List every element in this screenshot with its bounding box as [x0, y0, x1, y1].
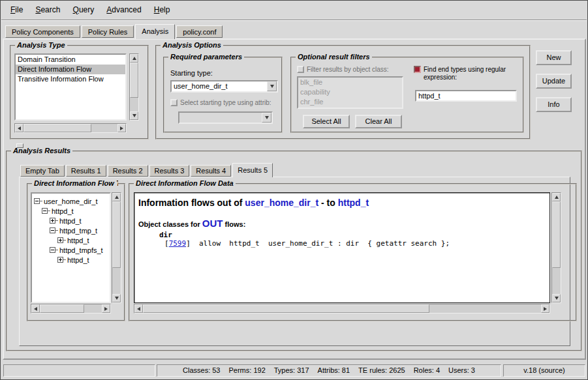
- rule-number-link[interactable]: 7599: [169, 239, 187, 248]
- object-class-name: dir: [159, 231, 549, 239]
- scroll-up-button[interactable]: [552, 193, 561, 201]
- tree-node-label: httpd_tmp_t: [58, 227, 97, 235]
- starting-type-combobox[interactable]: user_home_dir_t: [170, 80, 278, 93]
- update-button[interactable]: Update: [536, 74, 572, 89]
- scroll-right-button[interactable]: [102, 304, 110, 313]
- flow-tree-vscrollbar[interactable]: [112, 192, 121, 303]
- tab-policy-conf[interactable]: policy.conf: [176, 25, 223, 38]
- select-all-button[interactable]: Select All: [303, 115, 350, 128]
- regex-checkbox-checked[interactable]: [414, 66, 421, 73]
- tab-empty[interactable]: Empty Tab: [20, 165, 65, 177]
- tree-node-label: httpd_t: [66, 237, 89, 244]
- required-parameters-title: Required parameters: [168, 53, 244, 61]
- flow-source-type: user_home_dir_t: [245, 197, 318, 208]
- scrollbar-trough[interactable]: [130, 63, 138, 111]
- status-stats: Classes: 53Perms: 192Types: 317Attribs: …: [157, 364, 501, 377]
- flow-heading: Information flows out of user_home_dir_t…: [138, 197, 549, 208]
- stat-types: Types: 317: [274, 366, 309, 374]
- menu-query[interactable]: Query: [68, 3, 100, 16]
- object-class-checkbox[interactable]: [297, 66, 304, 73]
- chevron-down-icon: [265, 116, 269, 119]
- scroll-down-button[interactable]: [130, 111, 138, 120]
- info-button[interactable]: Info: [536, 97, 572, 112]
- tree-node[interactable]: httpd_t: [32, 255, 110, 265]
- scroll-up-button[interactable]: [130, 54, 138, 63]
- menu-file[interactable]: File: [5, 3, 28, 16]
- chevron-down-icon: [270, 85, 274, 88]
- flow-tree-hscrollbar[interactable]: [31, 304, 111, 314]
- scrollbar-thumb[interactable]: [552, 201, 561, 268]
- scroll-arrow-icon: [18, 126, 21, 130]
- menu-search[interactable]: Search: [30, 3, 65, 16]
- tree-node[interactable]: httpd_tmp_t: [32, 226, 110, 235]
- flow-data-frame: Direct Information Flow Data Information…: [129, 183, 577, 321]
- combobox-dropdown-button[interactable]: [267, 81, 277, 91]
- analysis-type-hscrollbar[interactable]: [14, 123, 127, 133]
- menu-help[interactable]: Help: [149, 3, 176, 16]
- analysis-type-vscrollbar[interactable]: [129, 53, 139, 121]
- scrollbar-thumb[interactable]: [143, 304, 429, 313]
- object-class-item: chr_file: [298, 97, 402, 107]
- scrollbar-thumb[interactable]: [40, 304, 84, 313]
- combobox-dropdown-button: [262, 113, 271, 123]
- new-button[interactable]: New: [536, 50, 572, 65]
- flow-data-vscrollbar[interactable]: [551, 192, 561, 303]
- clear-all-button[interactable]: Clear All: [355, 115, 402, 128]
- scroll-right-button[interactable]: [541, 304, 549, 313]
- scroll-left-button[interactable]: [134, 304, 143, 313]
- object-class-listbox: blk_file capability chr_file: [297, 76, 403, 109]
- status-left-panel: [3, 364, 155, 377]
- scrollbar-thumb[interactable]: [23, 124, 91, 132]
- tab-analysis[interactable]: Analysis: [135, 24, 175, 39]
- tree-node[interactable]: httpd_t: [32, 206, 110, 216]
- rule-line: [7599] allow httpd_t user_home_dir_t : d…: [164, 239, 549, 248]
- tree-expander-minus-icon[interactable]: [42, 208, 48, 214]
- tree-expander-minus-icon[interactable]: [50, 247, 55, 253]
- tree-expander-minus-icon[interactable]: [50, 227, 55, 233]
- analysis-type-option[interactable]: Domain Transition: [16, 55, 125, 65]
- scrollbar-trough[interactable]: [143, 304, 541, 313]
- scroll-left-button[interactable]: [15, 124, 23, 132]
- tree-node[interactable]: httpd_t: [32, 216, 110, 226]
- scroll-right-button[interactable]: [117, 124, 126, 132]
- scrollbar-thumb[interactable]: [112, 201, 121, 268]
- attrib-checkbox[interactable]: [170, 99, 178, 106]
- scroll-left-button[interactable]: [31, 304, 40, 313]
- analysis-type-option-selected[interactable]: Direct Information Flow: [16, 65, 125, 74]
- tab-results-5[interactable]: Results 5: [232, 163, 273, 177]
- tree-node[interactable]: httpd_t: [32, 235, 110, 245]
- flow-heading-prefix: Information flows out of: [138, 197, 245, 208]
- tab-results-4[interactable]: Results 4: [191, 165, 231, 177]
- scrollbar-thumb[interactable]: [130, 63, 138, 98]
- analysis-type-option[interactable]: Transitive Information Flow: [16, 74, 125, 84]
- tab-results-1[interactable]: Results 1: [66, 165, 106, 177]
- scroll-up-button[interactable]: [112, 193, 121, 201]
- scroll-down-button[interactable]: [112, 294, 121, 302]
- scrollbar-trough[interactable]: [23, 124, 117, 132]
- pane-sash-handle[interactable]: [16, 143, 23, 148]
- rule-bracket-open: [: [164, 239, 169, 248]
- status-version: v.18 (source): [503, 364, 585, 377]
- tree-expander-plus-icon[interactable]: [57, 257, 63, 263]
- tab-policy-rules[interactable]: Policy Rules: [82, 25, 134, 38]
- scrollbar-trough[interactable]: [40, 304, 102, 313]
- tree-node[interactable]: httpd_tmpfs_t: [32, 245, 110, 255]
- flow-tree-title: Direct Information Flow T: [32, 179, 118, 187]
- tab-policy-components[interactable]: Policy Components: [5, 25, 80, 38]
- tree-node[interactable]: user_home_dir_t: [32, 196, 110, 206]
- tab-results-3[interactable]: Results 3: [149, 165, 190, 177]
- tree-expander-plus-icon[interactable]: [57, 237, 63, 243]
- main-tab-bar: Policy Components Policy Rules Analysis …: [5, 24, 224, 39]
- object-classes-prefix: Object classes for: [138, 220, 202, 228]
- scrollbar-trough[interactable]: [112, 201, 121, 294]
- flow-data-hscrollbar[interactable]: [134, 304, 550, 314]
- stat-classes: Classes: 53: [183, 366, 220, 374]
- regex-input[interactable]: [415, 90, 517, 102]
- flow-tree-frame: Direct Information Flow T user_home_dir_…: [27, 183, 125, 321]
- tree-expander-plus-icon[interactable]: [50, 218, 55, 224]
- scrollbar-trough[interactable]: [552, 201, 561, 294]
- menu-advanced[interactable]: Advanced: [101, 3, 146, 16]
- scroll-down-button[interactable]: [552, 294, 561, 302]
- tab-results-2[interactable]: Results 2: [108, 165, 148, 177]
- tree-expander-minus-icon[interactable]: [34, 198, 40, 204]
